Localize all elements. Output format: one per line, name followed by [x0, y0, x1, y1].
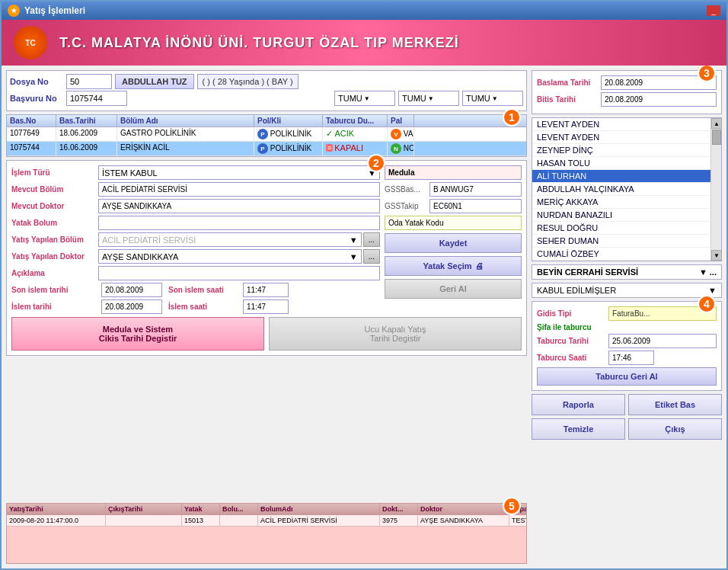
table-row[interactable]: 1077649 18.06.2009 GASTRO POLİKLİNİK P P…: [7, 127, 526, 142]
gssbas-row: GSSBas... B ANWUG7: [385, 182, 522, 197]
badge-1: 1: [503, 108, 521, 126]
td-pal: V VA: [388, 127, 414, 141]
taburcu-geri-al-button[interactable]: Taburcu Geri Al: [537, 367, 717, 386]
islem-saati-input[interactable]: [243, 299, 289, 314]
yatak-bolum-value: [98, 216, 380, 230]
right-dates: Baslama Tarihi Bitis Tarihi: [532, 70, 722, 114]
doctor-item-zeynep[interactable]: ZEYNEP DİNÇ: [532, 144, 710, 157]
bt-td-cikis: [106, 515, 182, 526]
table-section: Bas.No Bas.Tarihi Bölüm Adı Pol/Kli Tabu…: [6, 114, 527, 157]
yatak-secim-button[interactable]: Yatak Seçim 🖨: [385, 256, 522, 276]
yatis-yapilan-bolum-row: Yatış Yapılan Bölüm ACİL PEDİATRİ SERVİS…: [11, 232, 380, 247]
sifa-label: Şifa ile taburcu: [537, 323, 717, 331]
islem-dropdown[interactable]: İSTEM KABUL ▼: [98, 165, 380, 180]
yatak-bolum-label: Yatak Bolum: [11, 219, 95, 227]
taburcu-saati-input[interactable]: [608, 351, 654, 365]
yatis-yapilan-bolum-dropdown[interactable]: ACİL PEDİATRİ SERVİSİ ▼: [98, 232, 362, 247]
geri-al-button[interactable]: Geri Al: [385, 279, 522, 299]
bt-row[interactable]: 2009-08-20 11:47:00.0 15013 ACİL PEDİATR…: [7, 515, 526, 527]
basvuru-input[interactable]: [66, 91, 127, 106]
tumu-dropdown-1[interactable]: TUMU ▼: [334, 91, 395, 106]
medula-cikis-button[interactable]: Medula ve SistemCikis Tarihi Degistir: [11, 317, 264, 351]
dept-dropdown-1[interactable]: BEYİN CERRAHİ SERVİSİ ▼ ...: [532, 264, 722, 280]
doctor-item-seher[interactable]: SEHER DUMAN: [532, 235, 710, 248]
header-band: TC T.C. MALATYA İNÖNÜ ÜNİ. TURGUT ÖZAL T…: [2, 20, 726, 66]
patient-name: ABDULLAH TUZ: [115, 74, 194, 89]
yatis-yapilan-doktor-dropdown[interactable]: AYŞE SANDIKKAYA ▼: [98, 249, 362, 264]
dosya-input[interactable]: [66, 74, 112, 89]
scroll-thumb[interactable]: [712, 130, 721, 145]
yatis-yapilan-doktor-input-group: AYŞE SANDIKKAYA ▼ ...: [98, 249, 380, 264]
son-islem-tarihi-input[interactable]: [101, 283, 162, 297]
n-badge: N: [391, 143, 401, 154]
td-pal-2: N NORMAL: [388, 142, 414, 155]
son-islem-tarihi-label: Son islem tarihi: [11, 286, 95, 294]
dates-section: Baslama Tarihi Bitis Tarihi 3: [532, 70, 722, 114]
tumu-dropdown-2[interactable]: TUMU ▼: [398, 91, 459, 106]
doctor-item-levent1[interactable]: LEVENT AYDEN: [532, 118, 710, 131]
table-row-selected[interactable]: 1075744 16.06.2009 ERİŞKİN ACİL P POLİKL…: [7, 142, 526, 156]
raporla-button[interactable]: Raporla: [532, 394, 625, 415]
son-islem-saati-label: Son islem saati: [168, 286, 237, 294]
bt-td-bolumadi: ACİL PEDİATRİ SERVİSİ: [258, 515, 380, 526]
baslama-label: Baslama Tarihi: [537, 78, 598, 87]
bitis-input[interactable]: [601, 92, 717, 107]
right-panel: Baslama Tarihi Bitis Tarihi 3 LEVENT AYD…: [532, 70, 722, 564]
medula-label: Medula: [385, 165, 522, 180]
doctor-item-levent2[interactable]: LEVENT AYDEN: [532, 131, 710, 144]
baslama-row: Baslama Tarihi: [537, 75, 717, 90]
doctor-item-nurdan[interactable]: NURDAN BANAZILI: [532, 209, 710, 222]
kaydet-button[interactable]: Kaydet: [385, 233, 522, 253]
logo: TC: [14, 26, 47, 59]
islem-saati-label: İslem saati: [168, 303, 237, 311]
tumu-dropdown-3[interactable]: TUMU ▼: [462, 91, 523, 106]
doctor-item-meric[interactable]: MERİÇ AKKAYA: [532, 196, 710, 209]
islem-label: İşlem Türü: [11, 168, 95, 177]
th-pal: Pal: [388, 115, 414, 126]
bt-th-yatis: YatışTarihi: [7, 504, 106, 514]
yatis-yapilan-bolum-input-group: ACİL PEDİATRİ SERVİSİ ▼ ...: [98, 232, 380, 247]
gssbas-value: B ANWUG7: [429, 182, 522, 197]
status-kapali: ≡ KAPALI: [326, 143, 384, 152]
taburcu-tarihi-input[interactable]: [608, 334, 717, 348]
doctor-item-cumali[interactable]: CUMALİ ÖZBEY: [532, 248, 710, 261]
doctor-item-abdullah[interactable]: ABDULLAH YALÇINKAYA: [532, 183, 710, 196]
scroll-up-button[interactable]: ▲: [711, 118, 722, 129]
yatis-yapilan-doktor-extra-btn[interactable]: ...: [363, 249, 380, 264]
temizle-button[interactable]: Temizle: [532, 418, 625, 440]
bottom-buttons: Medula ve SistemCikis Tarihi Degistir Uc…: [11, 317, 522, 351]
td-bas-no-2: 1075744: [7, 142, 56, 155]
doctor-item-resul[interactable]: RESUL DOĞRU: [532, 222, 710, 235]
minimize-button[interactable]: _: [707, 5, 720, 16]
islem-tarihi-input[interactable]: [101, 299, 162, 314]
td-pol-kli: P POLİKLİNİK: [254, 127, 323, 141]
pol-badge: P: [257, 129, 268, 139]
son-islem-saati-input[interactable]: [243, 283, 289, 297]
etiket-bas-button[interactable]: Etiket Bas: [628, 394, 722, 415]
badge-2: 2: [367, 154, 385, 172]
aciklama-label: Açıklama: [11, 269, 95, 277]
medula-row: Medula: [385, 165, 522, 180]
kabul-dropdown[interactable]: KABUL EDİLMİŞLER ▼: [532, 283, 722, 298]
basvuru-label: Başvuru No: [10, 94, 63, 103]
doctor-item-ali[interactable]: ALİ TURHAN: [532, 170, 710, 183]
yatis-yapilan-bolum-extra-btn[interactable]: ...: [363, 232, 380, 247]
aciklama-row: Açıklama: [11, 266, 380, 280]
left-panel: Dosya No ABDULLAH TUZ ( ) ( 28 Yaşında )…: [6, 70, 527, 564]
mevcut-bolum-value: ACİL PEDİATRİ SERVİSİ: [98, 182, 380, 197]
td-bas-no: 1077649: [7, 127, 56, 141]
scroll-down-button[interactable]: ▼: [711, 250, 722, 261]
oda-yatak-row: Oda Yatak Kodu: [385, 216, 522, 230]
bitis-label: Bitis Tarihi: [537, 95, 598, 104]
top-form: Dosya No ABDULLAH TUZ ( ) ( 28 Yaşında )…: [6, 70, 527, 111]
td-bolum-adi: GASTRO POLİKLİNİK: [117, 127, 254, 141]
cikis-button[interactable]: Çıkış: [628, 418, 722, 440]
dosya-row: Dosya No ABDULLAH TUZ ( ) ( 28 Yaşında )…: [10, 74, 523, 89]
th-bolum-adi: Bölüm Adı: [117, 115, 254, 126]
doctor-item-hasan[interactable]: HASAN TOLU: [532, 157, 710, 170]
ucu-kapali-button[interactable]: Ucu Kapalı YatışTarihi Degistir: [269, 317, 522, 351]
middle-form: İşlem Türü İSTEM KABUL ▼ Mevcut Bölüm AC…: [6, 160, 527, 356]
badge-5: 5: [503, 497, 521, 515]
content-area: Dosya No ABDULLAH TUZ ( ) ( 28 Yaşında )…: [2, 66, 726, 568]
mevcut-bolum-row: Mevcut Bölüm ACİL PEDİATRİ SERVİSİ: [11, 182, 380, 197]
